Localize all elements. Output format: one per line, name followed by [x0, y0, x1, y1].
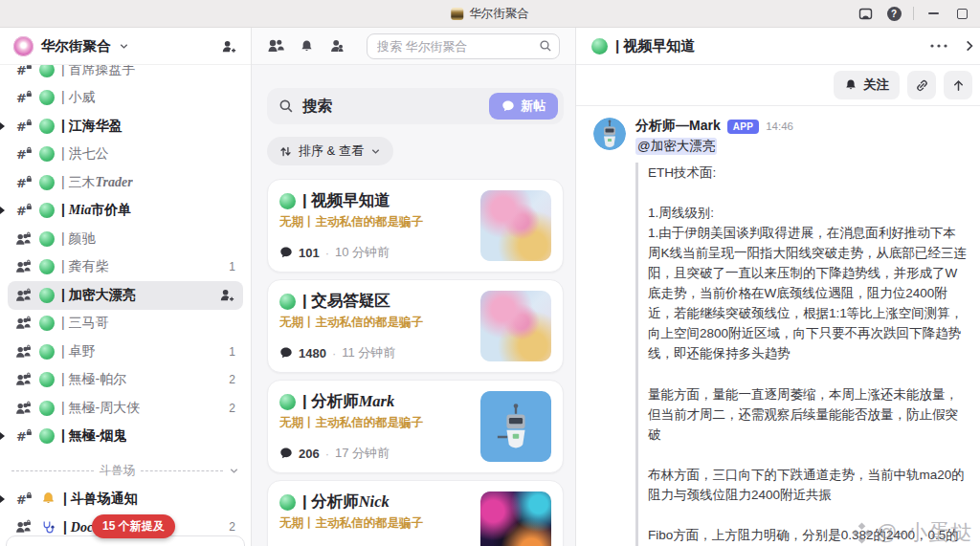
- sidebar-channel-item[interactable]: | 颜驰: [8, 225, 243, 253]
- green-status-dot: [279, 494, 296, 511]
- new-post-button[interactable]: 新帖: [489, 93, 558, 120]
- help-button[interactable]: ?: [880, 2, 908, 25]
- hash-lock-icon: #: [15, 119, 33, 134]
- channel-card-list: | 视频早知道无期丨主动私信的都是骗子101·10 分钟前| 交易答疑区无期丨主…: [267, 179, 564, 546]
- green-status-dot: [39, 65, 55, 77]
- follow-button[interactable]: 关注: [834, 71, 900, 99]
- app-badge: APP: [727, 120, 759, 134]
- channel-label: | 無極-烟鬼: [61, 427, 126, 445]
- card-meta: 1480·11 分钟前: [279, 344, 471, 361]
- message-area: 分析师—Mark APP 14:46 @加密大漂亮 ETH技术面: 1.周线级别…: [576, 106, 980, 546]
- app-window: 华尔街聚合 ? 华尔街聚合: [0, 0, 980, 546]
- sidebar-channel-item[interactable]: #| 首席操盘手: [8, 65, 243, 84]
- last-activity-time: 11 分钟前: [342, 344, 395, 361]
- server-sidebar: 华尔街聚合 #| 首席操盘手#| 小威#| 江海华盈#| 洪七公#| 三木Tra…: [0, 28, 252, 546]
- sidebar-channel-item[interactable]: | 加密大漂亮: [8, 281, 243, 310]
- titlebar-divider: [913, 7, 914, 20]
- feed-body: 搜索 新帖 排序 & 查看 | 视频早知道无期丨主动私信的都是骗子101·10 …: [252, 65, 575, 546]
- channel-label: | 斗兽场通知: [63, 491, 138, 508]
- card-title: | 交易答疑区: [302, 291, 390, 312]
- card-title-row: | 交易答疑区: [279, 291, 471, 312]
- scroll-to-top-button[interactable]: [944, 71, 972, 99]
- channel-label: | 小威: [61, 89, 96, 106]
- maximize-button[interactable]: [947, 2, 976, 25]
- more-options-icon[interactable]: [926, 40, 951, 52]
- sidebar-channel-item[interactable]: #| 斗兽场通知: [8, 485, 243, 513]
- global-search-box: [367, 33, 560, 59]
- sort-view-button[interactable]: 排序 & 查看: [267, 137, 393, 165]
- channel-card[interactable]: | 分析师Mark无期丨主动私信的都是骗子206·17 分钟前: [267, 380, 564, 473]
- sidebar-channel-item[interactable]: | 無極-周大侠2: [8, 394, 243, 423]
- people-lock-icon: [15, 372, 33, 387]
- green-status-dot: [591, 38, 608, 55]
- chevron-down-icon[interactable]: [229, 466, 239, 476]
- divider-dash: [141, 470, 223, 471]
- window-titlebar: 华尔街聚合 ?: [0, 0, 980, 28]
- window-title-group: 华尔街聚合: [451, 0, 529, 27]
- people-lock-icon: [15, 231, 33, 247]
- green-status-dot: [39, 119, 55, 134]
- friends-icon[interactable]: [267, 38, 284, 54]
- green-status-dot: [39, 90, 55, 105]
- minimize-button[interactable]: [919, 2, 947, 25]
- channel-card[interactable]: | 视频早知道无期丨主动私信的都是骗子101·10 分钟前: [267, 179, 564, 273]
- copy-link-button[interactable]: [907, 71, 936, 99]
- sidebar-channel-item[interactable]: #| 無極-烟鬼: [8, 423, 243, 451]
- svg-text:#: #: [16, 175, 27, 189]
- green-status-dot: [279, 294, 296, 310]
- chevron-right-icon[interactable]: [959, 35, 976, 56]
- sidebar-channel-item[interactable]: #| 江海华盈: [8, 112, 243, 141]
- card-title: | 分析师Nick: [302, 491, 390, 513]
- contacts-icon[interactable]: [329, 38, 345, 54]
- feed-search-button[interactable]: 搜索 新帖: [267, 88, 564, 124]
- card-subtitle: 无期丨主动私信的都是骗子: [279, 515, 471, 532]
- green-status-dot: [39, 231, 55, 247]
- mention-chip[interactable]: @加密大漂亮: [635, 138, 717, 155]
- divider-dash: [11, 470, 94, 471]
- sidebar-channel-item[interactable]: | 龚有柴1: [8, 253, 243, 282]
- channel-card[interactable]: | 交易答疑区无期丨主动私信的都是骗子1480·11 分钟前: [267, 279, 564, 373]
- avatar[interactable]: [593, 118, 626, 150]
- svg-text:#: #: [16, 91, 27, 105]
- new-post-label: 新帖: [521, 98, 546, 115]
- category-divider[interactable]: 斗兽场: [8, 456, 243, 485]
- people-lock-icon: [15, 519, 33, 535]
- unread-indicator: [0, 495, 5, 503]
- tray-window-icon[interactable]: [851, 2, 880, 25]
- channel-label: | 首席操盘手: [61, 65, 136, 78]
- global-search-input[interactable]: [367, 33, 560, 59]
- card-title-row: | 分析师Nick: [279, 491, 471, 513]
- invite-member-icon[interactable]: [219, 288, 235, 302]
- category-label: 斗兽场: [100, 463, 136, 479]
- server-header[interactable]: 华尔街聚合: [0, 28, 251, 65]
- sidebar-channel-item[interactable]: #| Mia市价单: [8, 197, 243, 226]
- sidebar-channel-item[interactable]: #| 三木Trader: [8, 168, 243, 197]
- chevron-down-icon: [119, 41, 129, 52]
- green-status-dot: [39, 203, 55, 218]
- channel-card[interactable]: | 分析师Nick无期丨主动私信的都是骗子264·3 小时前: [267, 480, 564, 546]
- unread-count-badge: 1: [229, 345, 235, 359]
- message-author[interactable]: 分析师—Mark: [635, 118, 721, 135]
- card-subtitle: 无期丨主动私信的都是骗子: [279, 315, 471, 331]
- sidebar-channel-item[interactable]: | 無極-帕尔2: [8, 366, 243, 395]
- invite-member-button[interactable]: [221, 39, 237, 54]
- chat-bubble-icon: [279, 447, 293, 460]
- unread-indicator: [0, 122, 5, 130]
- chevron-down-icon: [370, 146, 381, 157]
- people-lock-icon: [15, 401, 33, 416]
- maximize-icon: [957, 9, 968, 19]
- notifications-bell-icon[interactable]: [300, 39, 314, 54]
- chat-bubble-icon: [279, 346, 293, 360]
- sidebar-channel-item[interactable]: | 三马哥: [8, 310, 243, 339]
- card-subtitle: 无期丨主动私信的都是骗子: [279, 415, 471, 431]
- sidebar-channel-item[interactable]: #| 小威: [8, 84, 243, 113]
- hash-lock-icon: #: [15, 90, 33, 105]
- unread-count-badge: 2: [229, 520, 235, 534]
- link-icon: [915, 78, 929, 93]
- people-lock-icon: [15, 288, 33, 303]
- meta-separator: ·: [332, 346, 336, 360]
- channel-thumbnail: [480, 491, 551, 546]
- sidebar-channel-item[interactable]: | 卓野1: [8, 338, 243, 366]
- sidebar-channel-item[interactable]: #| 洪七公: [8, 141, 243, 169]
- new-mentions-badge[interactable]: 15 个新提及: [92, 514, 175, 538]
